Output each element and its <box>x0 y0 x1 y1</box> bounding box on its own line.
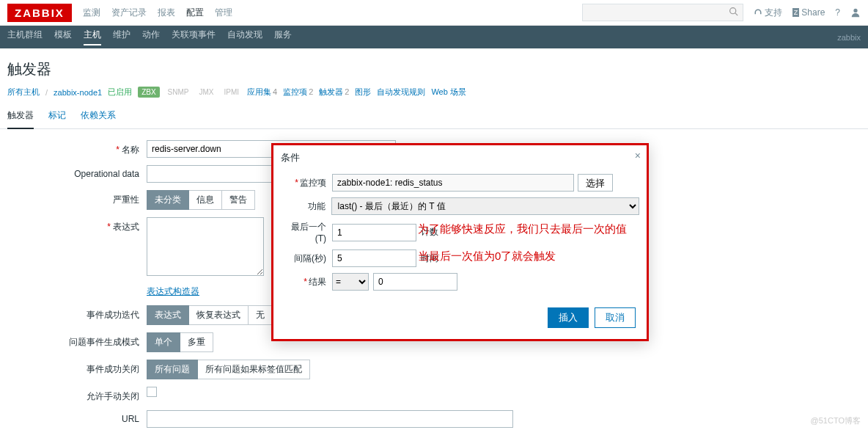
help-icon[interactable]: ? <box>835 7 840 18</box>
condition-modal: 条件 × *监控项 选择 功能 last() - 最后（最近）的 T 值 最后一… <box>271 143 649 341</box>
tab-triggers[interactable]: 触发器 <box>7 103 34 129</box>
eok-none[interactable]: 无 <box>249 305 273 325</box>
ipmi-tag: IPMI <box>221 87 241 98</box>
svg-point-2 <box>853 9 857 12</box>
nav-reports[interactable]: 报表 <box>158 7 175 19</box>
m-func-select[interactable]: last() - 最后（最近）的 T 值 <box>331 197 639 215</box>
opdata-label: Operational data <box>7 165 147 179</box>
share-link[interactable]: Z Share <box>792 7 825 18</box>
m-item-input[interactable] <box>332 174 574 192</box>
url-input[interactable] <box>147 410 513 428</box>
name-label: 名称 <box>122 145 139 155</box>
triggers-link[interactable]: 触发器 <box>319 87 343 96</box>
page-title: 触发器 <box>0 48 868 87</box>
insert-button[interactable]: 插入 <box>548 307 589 328</box>
nav-monitor[interactable]: 监测 <box>83 7 100 19</box>
event-ok-label: 事件成功迭代 <box>7 305 147 321</box>
cancel-button[interactable]: 取消 <box>595 307 636 328</box>
graphs-link[interactable]: 图形 <box>355 87 371 98</box>
subnav-right: zabbix <box>837 33 861 42</box>
share-icon: Z <box>792 8 800 17</box>
m-item-label: 监控项 <box>300 178 326 188</box>
snmp-tag: SNMP <box>166 87 191 98</box>
m-last-label: 最后一个 (T) <box>281 221 332 244</box>
expr-label: 表达式 <box>113 222 139 232</box>
topbar: ZABBIX 监测 资产记录 报表 配置 管理 支持 Z Share ? <box>0 0 868 26</box>
close-icon[interactable]: × <box>635 150 641 161</box>
subnav-discovery[interactable]: 自动发现 <box>227 29 262 45</box>
subnav-hosts[interactable]: 主机 <box>84 29 101 45</box>
m-interval-input[interactable] <box>332 249 416 267</box>
discovery-link[interactable]: 自动发现规则 <box>377 87 425 98</box>
nav-inventory[interactable]: 资产记录 <box>111 7 147 19</box>
top-right: 支持 Z Share ? <box>754 7 861 19</box>
subnav: 主机群组 模板 主机 维护 动作 关联项事件 自动发现 服务 zabbix <box>0 26 868 48</box>
eok-recovery[interactable]: 恢复表达式 <box>189 305 249 325</box>
watermark: @51CTO博客 <box>811 415 861 426</box>
tab-deps[interactable]: 依赖关系 <box>81 103 116 129</box>
tab-row: 触发器 标记 依赖关系 <box>0 103 868 129</box>
ok-close-label: 事件成功关闭 <box>7 360 147 376</box>
items-link[interactable]: 监控项 <box>283 87 307 96</box>
okc-tag[interactable]: 所有问题如果标签值匹配 <box>198 360 310 379</box>
m-result-label: 结果 <box>309 277 326 287</box>
sev-info[interactable]: 信息 <box>189 190 222 210</box>
manual-close-label: 允许手动关闭 <box>7 387 147 403</box>
nav-config[interactable]: 配置 <box>186 7 204 19</box>
host-link[interactable]: zabbix-node1 <box>54 88 102 97</box>
jmx-tag: JMX <box>196 87 216 98</box>
m-last-input[interactable] <box>332 224 416 241</box>
support-link[interactable]: 支持 <box>754 7 782 19</box>
pm-single[interactable]: 单个 <box>147 332 180 352</box>
top-nav: 监测 资产记录 报表 配置 管理 <box>83 7 582 19</box>
web-link[interactable]: Web 场景 <box>431 87 466 98</box>
nav-admin[interactable]: 管理 <box>215 7 232 19</box>
sev-unclassified[interactable]: 未分类 <box>147 190 189 210</box>
m-result-value[interactable] <box>373 273 457 291</box>
zbx-tag: ZBX <box>138 87 159 98</box>
headset-icon <box>754 8 762 17</box>
m-result-op[interactable]: = <box>332 273 369 291</box>
annotation-2: 当最后一次值为0了就会触发 <box>418 249 556 263</box>
annotation-1: 为了能够快速反应，我们只去最后一次的值 <box>418 222 627 236</box>
tab-tags[interactable]: 标记 <box>48 103 66 129</box>
search-icon <box>729 7 738 18</box>
svg-point-0 <box>729 8 735 14</box>
modal-title: 条件 <box>281 152 300 163</box>
subnav-correlation[interactable]: 关联项事件 <box>172 29 216 45</box>
eok-expr[interactable]: 表达式 <box>147 305 189 325</box>
enabled-label: 已启用 <box>108 87 132 98</box>
pm-multiple[interactable]: 多重 <box>180 332 213 352</box>
subnav-hostgroups[interactable]: 主机群组 <box>7 29 43 45</box>
search-input[interactable] <box>582 4 743 21</box>
subnav-actions[interactable]: 动作 <box>142 29 160 45</box>
expr-textarea[interactable] <box>147 217 264 276</box>
subnav-services[interactable]: 服务 <box>274 29 292 45</box>
url-label: URL <box>7 410 147 424</box>
user-icon[interactable] <box>850 7 861 18</box>
sev-warning[interactable]: 警告 <box>222 190 255 210</box>
okc-all[interactable]: 所有问题 <box>147 360 198 379</box>
all-hosts-link[interactable]: 所有主机 <box>7 87 40 98</box>
subnav-maintenance[interactable]: 维护 <box>113 29 130 45</box>
severity-label: 严重性 <box>7 190 147 206</box>
m-select-button[interactable]: 选择 <box>578 174 613 192</box>
apps-link[interactable]: 应用集 <box>247 87 271 96</box>
m-interval-label: 间隔(秒) <box>281 252 332 265</box>
svg-line-1 <box>735 13 738 15</box>
logo[interactable]: ZABBIX <box>7 4 72 22</box>
m-func-label: 功能 <box>281 200 331 213</box>
host-breadcrumb: 所有主机 / zabbix-node1 已启用 ZBX SNMP JMX IPM… <box>0 87 868 103</box>
expr-builder-link[interactable]: 表达式构造器 <box>147 286 199 296</box>
problem-mode-label: 问题事件生成模式 <box>7 332 147 349</box>
subnav-templates[interactable]: 模板 <box>54 29 72 45</box>
manual-close-checkbox[interactable] <box>147 387 157 397</box>
